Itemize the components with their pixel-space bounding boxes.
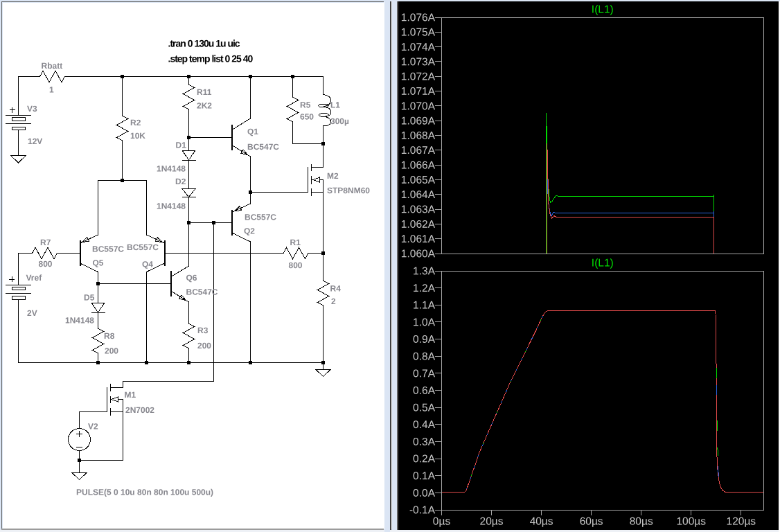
svg-text:Q4: Q4: [142, 260, 153, 269]
svg-text:D2: D2: [175, 177, 186, 186]
svg-text:Q2: Q2: [244, 227, 255, 236]
svg-text:R5: R5: [300, 100, 311, 110]
svg-text:2V: 2V: [27, 308, 37, 318]
svg-text:BC547C: BC547C: [247, 142, 279, 152]
svg-text:1.064A: 1.064A: [401, 188, 436, 200]
svg-text:1N4148: 1N4148: [157, 164, 186, 174]
svg-text:D1: D1: [175, 141, 186, 150]
svg-text:800: 800: [38, 259, 52, 269]
svg-text:.tran 0 130u 1u uic: .tran 0 130u 1u uic: [168, 38, 240, 49]
svg-text:.step temp list 0 25 40: .step temp list 0 25 40: [168, 53, 253, 64]
svg-text:R2: R2: [130, 118, 141, 127]
svg-text:800: 800: [288, 260, 302, 270]
svg-text:1.063A: 1.063A: [401, 203, 436, 215]
svg-text:R3: R3: [197, 326, 209, 335]
svg-text:1.3A: 1.3A: [413, 265, 436, 276]
svg-text:0.8A: 0.8A: [413, 350, 436, 362]
svg-text:12V: 12V: [28, 136, 42, 146]
svg-text:V3: V3: [27, 104, 37, 114]
svg-text:0.3A: 0.3A: [413, 436, 436, 447]
svg-text:1.060A: 1.060A: [401, 247, 436, 259]
svg-text:1.2A: 1.2A: [413, 282, 436, 294]
svg-text:300µ: 300µ: [330, 116, 349, 126]
svg-text:BC547C: BC547C: [186, 287, 218, 297]
svg-text:STP8NM60: STP8NM60: [327, 186, 370, 195]
svg-text:Q1: Q1: [247, 127, 258, 136]
svg-text:1N4148: 1N4148: [157, 202, 186, 211]
svg-text:1.062A: 1.062A: [401, 218, 436, 230]
svg-text:1N4148: 1N4148: [65, 316, 94, 326]
svg-text:1.065A: 1.065A: [401, 174, 436, 186]
svg-text:0.5A: 0.5A: [413, 401, 436, 413]
svg-text:1.067A: 1.067A: [401, 144, 436, 156]
svg-text:R11: R11: [197, 87, 212, 97]
svg-text:0.0A: 0.0A: [413, 487, 436, 499]
svg-text:2K2: 2K2: [197, 101, 212, 111]
svg-text:Rbatt: Rbatt: [41, 61, 62, 71]
svg-text:1.075A: 1.075A: [401, 26, 436, 38]
svg-text:BC557C: BC557C: [127, 242, 159, 252]
svg-text:1.061A: 1.061A: [401, 233, 436, 245]
svg-text:I(L1): I(L1): [592, 3, 614, 15]
svg-text:R8: R8: [104, 331, 115, 341]
svg-text:2N7002: 2N7002: [125, 405, 154, 415]
svg-text:10K: 10K: [130, 131, 145, 141]
svg-text:1: 1: [49, 85, 54, 95]
svg-text:PULSE(5 0 10u 80n 80n 100u 500: PULSE(5 0 10u 80n 80n 100u 500u): [76, 488, 213, 497]
svg-text:0.1A: 0.1A: [413, 470, 436, 481]
svg-text:-0.1A: -0.1A: [409, 504, 436, 515]
svg-text:2: 2: [331, 296, 336, 306]
svg-text:1.076A: 1.076A: [401, 11, 436, 23]
svg-text:M2: M2: [327, 171, 339, 181]
svg-text:60µs: 60µs: [580, 515, 603, 526]
svg-text:0.4A: 0.4A: [413, 418, 436, 430]
svg-text:R4: R4: [330, 284, 341, 294]
svg-text:1.1A: 1.1A: [413, 299, 436, 311]
svg-text:I(L1): I(L1): [592, 256, 614, 268]
svg-text:1.069A: 1.069A: [401, 114, 436, 126]
svg-text:1.072A: 1.072A: [401, 71, 436, 82]
svg-text:0.9A: 0.9A: [413, 333, 436, 345]
svg-text:120µs: 120µs: [727, 515, 756, 526]
svg-text:1.070A: 1.070A: [401, 100, 436, 112]
svg-text:1.071A: 1.071A: [401, 85, 436, 97]
svg-text:1.066A: 1.066A: [401, 159, 436, 170]
svg-text:R7: R7: [40, 238, 51, 247]
svg-text:0.7A: 0.7A: [413, 367, 436, 379]
svg-text:Q5: Q5: [92, 258, 103, 268]
svg-text:BC557C: BC557C: [92, 245, 124, 254]
svg-text:M1: M1: [124, 390, 136, 400]
svg-text:80µs: 80µs: [630, 515, 653, 526]
svg-text:Vref: Vref: [26, 273, 42, 283]
svg-text:0.6A: 0.6A: [413, 384, 436, 396]
svg-text:Q6: Q6: [186, 273, 197, 283]
svg-text:0.2A: 0.2A: [413, 452, 436, 464]
svg-text:20µs: 20µs: [480, 515, 504, 526]
svg-text:40µs: 40µs: [530, 515, 553, 526]
svg-text:R1: R1: [290, 238, 301, 247]
svg-text:D5: D5: [84, 293, 95, 303]
svg-text:100µs: 100µs: [676, 515, 706, 526]
svg-text:V2: V2: [88, 422, 98, 432]
svg-text:L1: L1: [330, 100, 340, 110]
svg-text:0µs: 0µs: [433, 515, 451, 526]
svg-text:BC557C: BC557C: [245, 213, 276, 222]
svg-text:1.074A: 1.074A: [401, 41, 436, 53]
svg-text:200: 200: [105, 346, 118, 356]
svg-text:1.0A: 1.0A: [413, 316, 436, 328]
svg-text:1.073A: 1.073A: [401, 55, 436, 67]
svg-text:1.068A: 1.068A: [401, 130, 436, 141]
svg-text:650: 650: [300, 112, 314, 122]
svg-text:200: 200: [197, 341, 211, 351]
